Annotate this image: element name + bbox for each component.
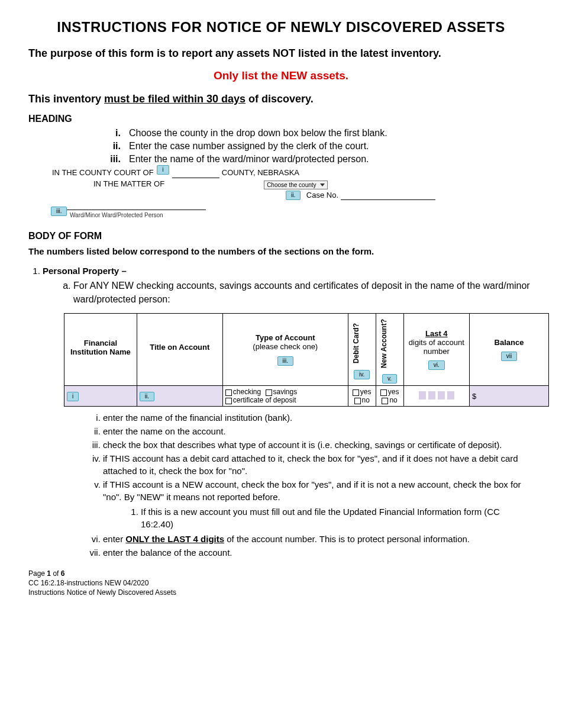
callout-i: i [157, 165, 169, 175]
county-dropdown[interactable]: Choose the county [264, 181, 328, 189]
body-item-1a: For ANY NEW checking accounts, savings a… [73, 279, 534, 306]
ward-name-blank[interactable] [52, 210, 206, 210]
red-note: Only list the NEW assets. [28, 69, 534, 82]
heading-illustration: IN THE COUNTY COURT OF i COUNTY, NEBRASK… [52, 168, 534, 219]
def-v-1: If this is a new account you must fill o… [141, 505, 534, 530]
checkbox-debit-no[interactable] [354, 398, 361, 404]
callout-col-vi: vi. [428, 360, 445, 370]
checkbox-checking[interactable] [225, 389, 232, 396]
heading-item-ii: ii.Enter the case number assigned by the… [105, 141, 534, 152]
last4-digits-input[interactable] [406, 391, 467, 402]
def-i: enter the name of the financial institut… [103, 411, 534, 424]
deadline-post: of discovery. [246, 93, 314, 105]
col-fin: Financial Institution Name [67, 339, 134, 356]
case-no-label: Case No. [306, 191, 338, 199]
callout-row-ii: ii. [140, 392, 154, 401]
heading-item-ii-text: Enter the case number assigned by the cl… [129, 141, 369, 151]
case-no-blank[interactable] [341, 199, 435, 200]
def-iii: check the box that describes what type o… [103, 439, 534, 451]
heading-item-i-text: Choose the county in the drop down box b… [129, 128, 387, 138]
callout-ii: ii. [286, 191, 301, 200]
def-v: if THIS account is a NEW account, check … [103, 478, 534, 530]
opt-checking: checking [233, 388, 261, 396]
opt-debit-yes: yes [360, 388, 372, 396]
page-title: INSTRUCTIONS FOR NOTICE OF NEWLY DISCOVE… [28, 19, 534, 36]
checkbox-debit-yes[interactable] [353, 389, 359, 396]
opt-new-no: no [389, 396, 397, 404]
heading-list: i.Choose the county in the drop down box… [28, 128, 534, 165]
heading-item-iii-text: Enter the name of the ward/minor ward/pr… [129, 154, 369, 164]
deadline-pre: This inventory [28, 93, 104, 105]
heading-section-title: HEADING [28, 114, 534, 124]
checkbox-savings[interactable] [266, 389, 272, 396]
col-title: Title on Account [140, 343, 220, 352]
matter-label: IN THE MATTER OF [93, 179, 164, 189]
def-ii: enter the name on the account. [103, 425, 534, 437]
county-blank[interactable] [172, 178, 219, 178]
county-dropdown-label: Choose the county [267, 182, 316, 188]
definitions-list: enter the name of the financial institut… [28, 411, 534, 559]
footer-ref: CC 16:2.18-instructions NEW 04/2020 [28, 579, 534, 588]
deadline-underline: must be filed within 30 days [104, 93, 246, 105]
callout-row-i: i [67, 392, 79, 401]
col-balance: Balance [472, 338, 546, 347]
accounts-table: Financial Institution Name Title on Acco… [64, 313, 549, 407]
body-item-1: Personal Property – For ANY NEW checking… [43, 266, 534, 306]
page-footer: Page 1 of 6 CC 16:2.18-instructions NEW … [28, 569, 534, 597]
deadline-text: This inventory must be filed within 30 d… [28, 93, 534, 105]
checkbox-new-yes[interactable] [380, 389, 387, 396]
checkbox-new-no[interactable] [382, 398, 388, 404]
body-list: Personal Property – For ANY NEW checking… [28, 266, 534, 306]
heading-item-iii: iii.Enter the name of the ward/minor war… [105, 154, 534, 165]
callout-col-iii: iii. [277, 356, 293, 366]
opt-new-yes: yes [388, 388, 399, 396]
opt-savings: savings [273, 388, 298, 396]
col-type: Type of Account(please check one) [225, 333, 345, 351]
table-row: i ii. checking savings certificate of de… [64, 386, 549, 407]
footer-title: Instructions Notice of Newly Discovered … [28, 588, 534, 598]
col-newacct: New Account? [379, 315, 389, 372]
col-debit: Debit Card? [351, 320, 361, 367]
body-section-title: BODY OF FORM [28, 231, 534, 241]
checkbox-cod[interactable] [225, 398, 232, 404]
def-vii: enter the balance of the account. [103, 546, 534, 559]
opt-debit-no: no [362, 396, 370, 404]
county-line-post: COUNTY, NEBRASKA [222, 168, 299, 177]
purpose-text: The purpose of this form is to report an… [28, 47, 534, 60]
col-last4: Last 4digits of account number [406, 329, 467, 356]
body-item-1-label: Personal Property – [43, 266, 127, 276]
def-iv: if THIS account has a debit card attache… [103, 452, 534, 477]
body-note: The numbers listed below correspond to t… [28, 246, 534, 256]
callout-iii: iii. [51, 207, 67, 216]
opt-cod: certificate of deposit [233, 396, 296, 404]
balance-cell[interactable]: $ [470, 386, 549, 407]
chevron-down-icon [320, 183, 325, 186]
callout-col-v: v. [382, 374, 397, 384]
def-vi: enter ONLY the LAST 4 digits of the acco… [103, 533, 534, 545]
heading-item-i: i.Choose the county in the drop down box… [105, 128, 534, 138]
county-line-pre: IN THE COUNTY COURT OF [52, 168, 156, 177]
callout-col-iv: iv. [354, 370, 370, 379]
callout-col-vii: vii [501, 352, 517, 361]
ward-sublabel: Ward/Minor Ward/Protected Person [70, 212, 163, 218]
dollar-sign: $ [472, 392, 476, 401]
